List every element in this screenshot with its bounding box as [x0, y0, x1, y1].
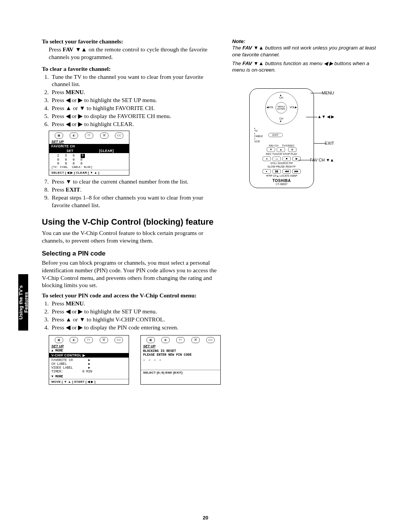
- osd-icon: ◐: [161, 337, 170, 343]
- osd-icon: ⫯⫯: [84, 337, 93, 343]
- select-favorite-text: Press FAV ▼▲ on the remote control to cy…: [49, 46, 221, 61]
- list-item: Press ◀ or ▶ to highlight the SET UP men…: [50, 96, 221, 104]
- osd-icon: ◐: [70, 337, 78, 343]
- pin-steps-list: Press MENU. Press ◀ or ▶ to highlight th…: [42, 300, 221, 331]
- osd-icon: ▣: [55, 337, 63, 343]
- heading-clear-favorite: To clear a favorite channel:: [42, 66, 221, 72]
- list-item: Press EXIT.: [50, 186, 221, 193]
- osd-icon: ⌘: [100, 337, 108, 343]
- note-title: Note:: [232, 38, 381, 45]
- osd-body: BLOCKING IS RESET PLEASE ENTER NEW PIN C…: [141, 348, 220, 370]
- osd-body: 2 5 6 0 0 0 0 0 0 0 0 0 [TV: CYAN, CABLE…: [49, 153, 129, 170]
- remote-transport-row2: ▸▮▮◀◀▶▶: [253, 169, 311, 174]
- list-item: Press ▲ or ▼ to highlight V-CHIP CONTROL…: [50, 316, 221, 323]
- note-line: The FAV ▼▲ buttons will not work unless …: [232, 45, 381, 58]
- osd-highlight: FAVORITE CH: [49, 144, 129, 149]
- osd-icon: ◐: [70, 133, 78, 139]
- osd-footer: SELECT [0–9] END [EXIT]: [141, 370, 220, 375]
- remote-body: ▲CH ◀VOL MENU/ ENTER VOL▶ CH▼ •TV •CABLE…: [249, 88, 314, 188]
- osd-icon: ⫯⫯: [85, 133, 93, 139]
- remote-vol-right: VOL▶: [290, 106, 297, 109]
- osd-icon: ⌘: [191, 337, 200, 343]
- callout-exit: EXIT: [325, 141, 334, 145]
- note-block: Note: The FAV ▼▲ buttons will not work u…: [232, 38, 381, 73]
- osd-pair: ▣ ◐ ⫯⫯ ⌘ CC SET UP ▲ MORE V-CHIP CONTROL…: [49, 335, 221, 385]
- list-item: Press ◀ or ▶ to display the FAVORITE CH …: [50, 112, 221, 120]
- list-item: Tune the TV to the channel you want to c…: [50, 73, 221, 88]
- note-line: The FAV ▼▲ buttons function as menu ◀ ▶ …: [232, 60, 381, 73]
- osd-icon: ▣: [147, 337, 155, 343]
- osd-highlight: SET [CLEAR]: [49, 149, 129, 153]
- page-number: 20: [0, 515, 411, 521]
- osd-icon-row: ▣ ◐ ⫯⫯ ⌘ CC: [49, 131, 129, 139]
- osd-title: SET UP: [49, 139, 129, 144]
- osd-icon: ▣: [55, 133, 63, 139]
- osd-icon: CC: [206, 337, 215, 343]
- clear-steps-list: Tune the TV to the channel you want to c…: [42, 73, 221, 128]
- side-column: Note: The FAV ▼▲ buttons will not work u…: [232, 38, 381, 188]
- osd-setup-menu: ▣ ◐ ⫯⫯ ⌘ CC SET UP ▲ MORE V-CHIP CONTROL…: [49, 335, 129, 385]
- remote-pip-row: ▼PIP CH▲ LOCATE SWAP: [253, 174, 311, 177]
- callout-arrows: ▲▼ ◀ ▶: [317, 114, 334, 119]
- remote-ch-up: ▲CH: [279, 94, 283, 99]
- remote-source-switch: •TV •CABLE •VCR: [254, 127, 263, 143]
- remote-transport-row2-labels: SLOW PAUSE REW FF: [253, 165, 311, 168]
- callout-menu: MENU: [322, 91, 334, 95]
- list-item: Press ◀ or ▶ to highlight CLEAR.: [50, 120, 221, 128]
- list-item: Repeat steps 1–8 for other channels you …: [50, 194, 221, 209]
- osd-footer: MOVE [ ▼ ▲ ] START [ ◀ ▶ ]: [49, 379, 129, 384]
- osd-pin-entry: ▣ ◐ ⫯⫯ ⌘ CC SET UP BLOCKING IS RESET PLE…: [140, 335, 221, 385]
- list-item: Press MENU.: [50, 300, 221, 307]
- osd-favorite-ch: ▣ ◐ ⫯⫯ ⌘ CC SET UP FAVORITE CH SET [CLEA…: [49, 131, 129, 176]
- osd-footer: SELECT [ ◀ ▶ ] CLEAR [ ▼ ▲ ]: [49, 170, 129, 175]
- list-item: Press ◀ or ▶ to display the PIN code ent…: [50, 324, 221, 331]
- osd-title: SET UP: [49, 344, 129, 348]
- remote-favch-row: FAV CH TV/VIDEO ▼▲ ⊕: [253, 144, 311, 152]
- remote-vol-left: ◀VOL: [266, 106, 274, 109]
- remote-menu-enter: MENU/ ENTER: [276, 102, 287, 113]
- vchip-intro: You can use the V-Chip Control feature t…: [42, 229, 221, 244]
- remote-model: CT-90037: [253, 183, 311, 185]
- osd-icon: ⌘: [100, 133, 108, 139]
- heading-pin-steps: To select your PIN code and access the V…: [42, 292, 221, 299]
- remote-transport-row1-labels: REC TV/VCR STOP PLAY: [253, 153, 311, 156]
- osd-more: ▲ MORE: [49, 348, 129, 353]
- osd-title: SET UP: [141, 344, 220, 348]
- remote-ch-down: CH▼: [279, 117, 283, 123]
- clear-steps-list-cont: Press ▼ to clear the current channel num…: [42, 178, 221, 209]
- osd-body: FAVORITE CH ▶ CH LABEL ▶ VIDEO LABEL ▶ T…: [49, 358, 129, 375]
- list-item: Press ▲ or ▼ to highlight FAVORITE CH.: [50, 104, 221, 112]
- heading-select-favorite: To select your favorite channels:: [42, 38, 221, 45]
- remote-diagram: MENU ▲▼ ◀ ▶ EXIT FAV CH ▼▲ ▲CH ◀VOL MENU…: [232, 88, 331, 188]
- remote-still-source-pip: STILL SOURCE PIP: [253, 162, 311, 165]
- heading-vchip: Using the V-Chip Control (blocking) feat…: [42, 217, 221, 227]
- osd-icon: ⫯⫯: [176, 337, 185, 343]
- osd-more: ▼ MORE: [49, 374, 129, 379]
- pin-intro: Before you can block programs or channel…: [42, 259, 221, 289]
- remote-brand: TOSHIBA: [253, 179, 311, 183]
- main-column: To select your favorite channels: Press …: [42, 38, 221, 385]
- list-item: Press ◀ or ▶ to highlight the SET UP men…: [50, 308, 221, 315]
- heading-select-pin: Selecting a PIN code: [42, 250, 221, 257]
- chapter-tab: Using the TV's Features: [18, 274, 28, 331]
- remote-exit-button: EXIT: [268, 133, 283, 137]
- osd-icon: CC: [115, 133, 123, 139]
- osd-icon: CC: [115, 337, 123, 343]
- list-item: Press ▼ to clear the current channel num…: [50, 178, 221, 185]
- list-item: Press MENU.: [50, 88, 221, 96]
- osd-highlight: V-CHIP CONTROL ▶: [49, 353, 129, 358]
- remote-dpad: ▲CH ◀VOL MENU/ ENTER VOL▶ CH▼: [265, 92, 298, 125]
- callout-favch: FAV CH ▼▲: [310, 158, 334, 162]
